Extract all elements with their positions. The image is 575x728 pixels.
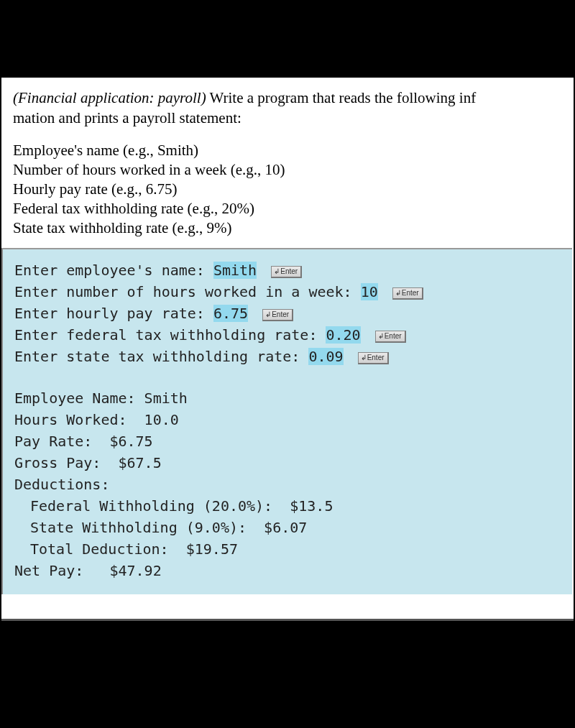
user-input: 6.75: [213, 305, 248, 322]
requirement-line: Hourly pay rate (e.g., 6.75): [13, 180, 574, 199]
prompt-text: Enter hourly pay rate:: [14, 305, 213, 322]
output-line: Net Pay: $47.92: [14, 560, 572, 581]
problem-title: (Financial application: payroll): [13, 89, 206, 106]
prompt-text: Enter state tax withholding rate:: [14, 348, 308, 365]
console-line: Enter state tax withholding rate: 0.09 ↲…: [14, 346, 572, 367]
output-line: Total Deduction: $19.57: [14, 538, 572, 560]
user-input: 10: [361, 283, 378, 300]
enter-key-icon: ↲Enter: [358, 352, 389, 364]
output-line: Hours Worked: 10.0: [14, 409, 572, 430]
page-divider: [1, 619, 574, 621]
prompt-text: Enter federal tax withholding rate:: [14, 326, 326, 344]
user-input: 0.09: [308, 348, 343, 365]
enter-key-icon: ↲Enter: [271, 266, 302, 278]
requirement-line: State tax withholding rate (e.g., 9%): [13, 218, 574, 238]
user-input: 0.20: [326, 326, 360, 344]
output-line: Deductions:: [14, 474, 572, 495]
console-line: Enter hourly pay rate: 6.75 ↲Enter: [14, 303, 572, 324]
enter-key-icon: ↲Enter: [392, 287, 423, 300]
enter-key-icon: ↲Enter: [262, 309, 293, 321]
prompt-text: Enter employee's name:: [14, 262, 213, 279]
console-line: Enter federal tax withholding rate: 0.20…: [14, 324, 572, 346]
output-line: Federal Withholding (20.0%): $13.5: [14, 495, 572, 517]
document-page: (Financial application: payroll) Write a…: [1, 78, 574, 621]
output-line: Pay Rate: $6.75: [14, 430, 572, 452]
console-line: Enter number of hours worked in a week: …: [14, 281, 572, 303]
output-line: State Withholding (9.0%): $6.07: [14, 517, 572, 538]
output-line: Employee Name: Smith: [14, 387, 572, 409]
output-line: Gross Pay: $67.5: [14, 452, 572, 474]
user-input: Smith: [213, 262, 257, 279]
problem-statement: (Financial application: payroll) Write a…: [1, 78, 574, 134]
requirement-line: Federal tax withholding rate (e.g., 20%): [13, 199, 574, 218]
requirement-line: Employee's name (e.g., Smith): [13, 141, 574, 160]
sample-run-console: Enter employee's name: Smith ↲Enter Ente…: [1, 248, 572, 594]
input-requirements: Employee's name (e.g., Smith) Number of …: [1, 134, 574, 248]
console-line: Enter employee's name: Smith ↲Enter: [14, 259, 572, 281]
problem-body-line2: mation and prints a payroll statement:: [13, 109, 242, 126]
prompt-text: Enter number of hours worked in a week:: [14, 283, 361, 300]
problem-body-line1: Write a program that reads the following…: [206, 89, 477, 106]
requirement-line: Number of hours worked in a week (e.g., …: [13, 160, 574, 180]
enter-key-icon: ↲Enter: [375, 331, 406, 343]
